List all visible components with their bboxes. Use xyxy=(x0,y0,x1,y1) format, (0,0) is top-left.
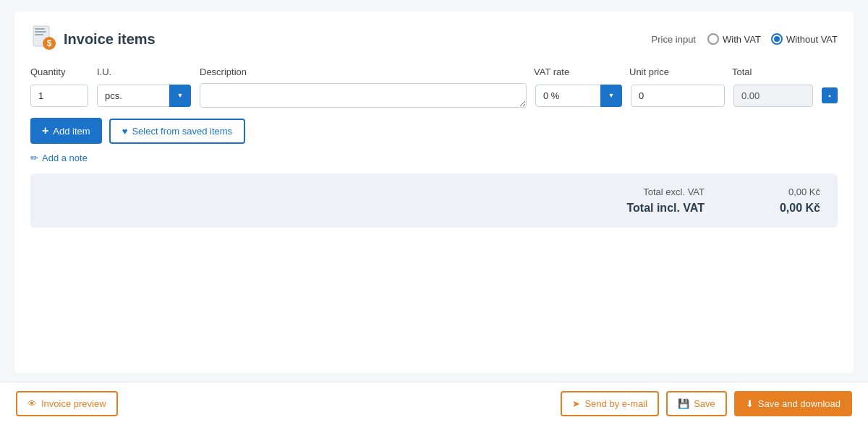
save-icon: 💾 xyxy=(678,398,689,409)
svg-rect-3 xyxy=(35,34,43,35)
total-input xyxy=(733,85,813,107)
total-excl-vat-label: Total excl. VAT xyxy=(603,186,705,197)
total-excl-vat-value: 0,00 Kč xyxy=(762,186,820,197)
invoice-preview-button[interactable]: 👁 Invoice preview xyxy=(16,391,118,416)
save-label: Save xyxy=(694,398,715,409)
unit-price-input[interactable] xyxy=(631,85,725,107)
select-saved-label: Select from saved items xyxy=(132,126,232,137)
download-icon: ⬇ xyxy=(746,398,754,409)
radio-circle-without-vat xyxy=(771,33,783,45)
add-note-label: Add a note xyxy=(42,153,88,163)
select-saved-items-button[interactable]: ♥ Select from saved items xyxy=(109,119,245,144)
save-button[interactable]: 💾 Save xyxy=(666,391,727,416)
radio-circle-with-vat xyxy=(707,33,719,45)
quantity-input[interactable] xyxy=(30,85,88,107)
send-email-button[interactable]: ➤ Send by e-mail xyxy=(561,391,659,416)
col-header-quantity: Quantity xyxy=(30,66,88,77)
col-header-iu: I.U. xyxy=(97,66,191,77)
send-icon: ➤ xyxy=(572,398,580,409)
total-incl-vat-value: 0,00 Kč xyxy=(762,202,820,215)
header-row: $ Invoice items Price input With VAT Wit… xyxy=(30,25,838,53)
add-note-link[interactable]: ✏ Add a note xyxy=(30,153,838,163)
total-excl-vat-row: Total excl. VAT 0,00 Kč xyxy=(603,186,820,197)
title-area: $ Invoice items xyxy=(30,25,156,53)
plus-icon: + xyxy=(42,124,48,137)
heart-icon: ♥ xyxy=(122,126,128,137)
preview-label: Invoice preview xyxy=(41,398,106,409)
page-title: Invoice items xyxy=(64,31,156,48)
save-download-button[interactable]: ⬇ Save and download xyxy=(734,391,852,416)
total-incl-vat-row: Total incl. VAT 0,00 Kč xyxy=(603,202,820,215)
col-header-description: Description xyxy=(200,66,525,77)
totals-section: Total excl. VAT 0,00 Kč Total incl. VAT … xyxy=(30,173,838,228)
iu-select[interactable]: pcs. hrs. kg l m xyxy=(97,85,191,107)
radio-without-vat[interactable]: Without VAT xyxy=(771,33,838,45)
iu-select-wrapper: pcs. hrs. kg l m xyxy=(97,85,191,107)
save-download-label: Save and download xyxy=(758,398,841,409)
radio-group: With VAT Without VAT xyxy=(707,33,838,45)
vat-rate-select[interactable]: 0 % 10 % 15 % 21 % xyxy=(535,85,622,107)
pencil-icon: ✏ xyxy=(30,153,38,163)
svg-text:$: $ xyxy=(47,38,52,48)
table-row: pcs. hrs. kg l m 0 % 10 % 15 % 21 % xyxy=(30,83,838,108)
description-input[interactable] xyxy=(200,83,527,108)
footer-bar: 👁 Invoice preview ➤ Send by e-mail 💾 Sav… xyxy=(0,382,868,425)
total-incl-vat-label: Total incl. VAT xyxy=(603,202,705,215)
vat-select-wrapper: 0 % 10 % 15 % 21 % xyxy=(535,85,622,107)
preview-icon: 👁 xyxy=(27,398,37,409)
column-headers: Quantity I.U. Description VAT rate Unit … xyxy=(30,66,838,77)
footer-right: ➤ Send by e-mail 💾 Save ⬇ Save and downl… xyxy=(561,391,852,416)
footer-left: 👁 Invoice preview xyxy=(16,391,118,416)
send-email-label: Send by e-mail xyxy=(584,398,647,409)
invoice-icon: $ xyxy=(30,25,56,53)
col-header-vat-rate: VAT rate xyxy=(534,66,621,77)
radio-with-vat[interactable]: With VAT xyxy=(707,33,761,45)
svg-rect-1 xyxy=(35,28,45,30)
svg-rect-2 xyxy=(35,31,46,33)
price-input-area: Price input With VAT Without VAT xyxy=(652,33,838,45)
action-buttons: + Add item ♥ Select from saved items xyxy=(30,118,838,144)
with-vat-label: With VAT xyxy=(723,34,761,45)
col-header-total: Total xyxy=(732,66,812,77)
add-item-button[interactable]: + Add item xyxy=(30,118,102,144)
price-input-label: Price input xyxy=(652,34,696,45)
col-header-unit-price: Unit price xyxy=(629,66,723,77)
without-vat-label: Without VAT xyxy=(786,34,838,45)
delete-item-button[interactable] xyxy=(822,87,838,103)
add-item-label: Add item xyxy=(53,126,90,137)
